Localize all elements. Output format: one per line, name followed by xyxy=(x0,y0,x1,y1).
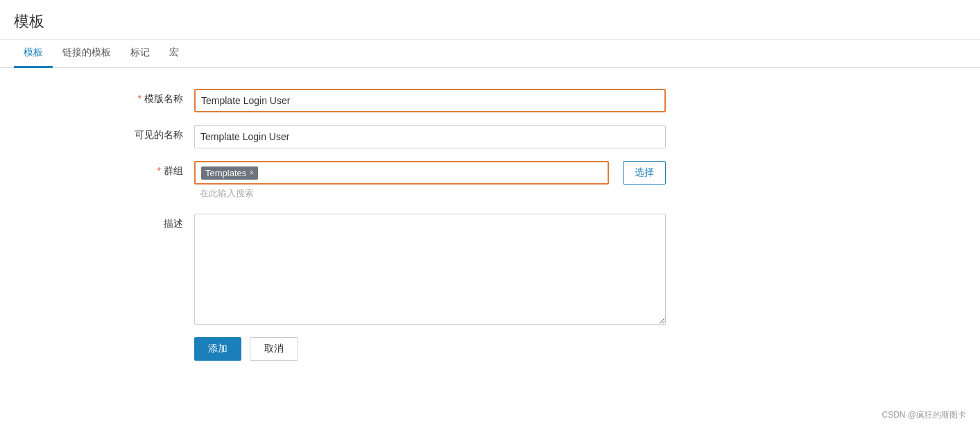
description-textarea[interactable] xyxy=(194,214,666,325)
visible-name-label: 可见的名称 xyxy=(14,125,194,142)
group-tag-label: Templates xyxy=(205,168,246,178)
visible-name-input[interactable] xyxy=(194,125,666,148)
group-search-hint: 在此输入搜索 xyxy=(194,185,666,201)
tab-bar: 模板 链接的模板 标记 宏 xyxy=(0,40,980,68)
required-star-name: * xyxy=(138,93,141,104)
description-row: 描述 xyxy=(14,214,966,325)
button-row: 添加 取消 xyxy=(14,337,966,361)
visible-name-row: 可见的名称 xyxy=(14,125,966,148)
page-footer: CSDN @疯狂的斯图卡 xyxy=(882,409,966,421)
group-tags-container[interactable]: Templates × xyxy=(194,161,609,185)
group-field-wrapper: Templates × 选择 在此输入搜索 xyxy=(194,161,666,201)
template-name-row: *模版名称 xyxy=(14,89,966,112)
tab-linked-templates[interactable]: 链接的模板 xyxy=(53,40,121,68)
cancel-button[interactable]: 取消 xyxy=(250,337,298,361)
add-button[interactable]: 添加 xyxy=(194,337,241,361)
select-button[interactable]: 选择 xyxy=(623,161,666,185)
group-label: *群组 xyxy=(14,161,194,178)
template-name-input[interactable] xyxy=(194,89,666,112)
tab-macros[interactable]: 宏 xyxy=(160,40,189,68)
group-row: *群组 Templates × 选择 在此输入搜索 xyxy=(14,161,966,201)
group-tag: Templates × xyxy=(201,166,258,180)
page-header: 模板 xyxy=(0,0,980,40)
page-title: 模板 xyxy=(14,11,966,32)
tab-tags[interactable]: 标记 xyxy=(121,40,160,68)
description-label: 描述 xyxy=(14,214,194,230)
form-container: *模版名称 可见的名称 *群组 Templates × 选择 在此输入搜 xyxy=(0,68,980,375)
group-tag-close-icon[interactable]: × xyxy=(249,168,254,178)
template-name-label: *模版名称 xyxy=(14,89,194,105)
footer-text: CSDN @疯狂的斯图卡 xyxy=(882,410,966,420)
required-star-group: * xyxy=(157,165,161,176)
tab-templates[interactable]: 模板 xyxy=(14,40,53,68)
